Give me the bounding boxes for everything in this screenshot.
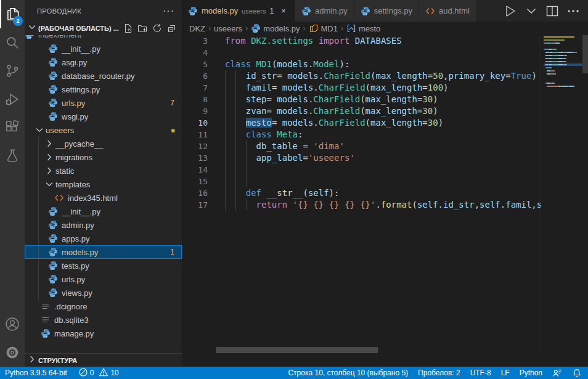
code-line-10[interactable]: 10 mesto= models.CharField(max_length=30… <box>182 117 541 129</box>
tree-item--pycache-[interactable]: __pycache__ <box>25 137 182 150</box>
code-line-13[interactable]: 13 app_label='useeers' <box>182 152 541 164</box>
code-line-8[interactable]: 8 step= models.CharField(max_length=30) <box>182 94 541 105</box>
tree-item-migrations[interactable]: migrations <box>25 150 182 164</box>
tree-item-db-sqlite3[interactable]: db.sqlite3 <box>25 313 182 327</box>
tree-item-settings-py[interactable]: settings.py <box>25 83 182 96</box>
tree-item-database-roouter-py[interactable]: database_roouter.py <box>25 69 182 83</box>
explorer-activity-icon[interactable]: 2 <box>0 0 25 28</box>
code-token: class <box>246 129 277 139</box>
tree-item-views-py[interactable]: views.py <box>25 286 182 300</box>
breadcrumb-DKZ[interactable]: DKZ <box>189 24 205 33</box>
python-interpreter[interactable]: Python 3.9.5 64-bit <box>5 369 67 377</box>
code-token: from <box>225 36 251 46</box>
code-line-9[interactable]: 9 zvan= models.CharField(max_length=30) <box>182 105 541 117</box>
tab-bar: models.pyuseeers1×admin.pysettings.pyaud… <box>182 0 588 22</box>
indent-guide <box>235 70 236 82</box>
tree-item-index345-html[interactable]: index345.html <box>25 191 182 205</box>
run-dropdown-icon[interactable] <box>524 4 539 18</box>
minimap[interactable] <box>541 35 582 354</box>
python-icon <box>48 234 58 243</box>
code-token: max_length <box>365 94 417 104</box>
tree-item-admin-py[interactable]: admin.py <box>25 218 182 232</box>
tree-item--init-py[interactable]: __init__.py <box>25 42 182 55</box>
accounts-activity-icon[interactable] <box>0 310 25 338</box>
tree-item-label: useeers <box>46 126 74 135</box>
notifications-bell-icon[interactable] <box>572 368 582 378</box>
feedback-icon[interactable] <box>552 368 562 378</box>
more-actions-icon[interactable] <box>566 4 581 18</box>
collapse-all-icon[interactable] <box>167 23 177 33</box>
tree-item--dcignore[interactable]: .dcignore <box>25 300 182 313</box>
tab-aud.html[interactable]: aud.html <box>419 0 476 22</box>
encoding[interactable]: UTF-8 <box>470 369 491 377</box>
problems-indicator[interactable]: 0 10 <box>78 367 119 379</box>
horizontal-scrollbar[interactable] <box>216 347 378 353</box>
tree-item-wsgi-py[interactable]: wsgi.py <box>25 110 182 123</box>
tree-item-manage-py[interactable]: manage.py <box>25 327 182 340</box>
tree-item-useeers[interactable]: useeers● <box>25 123 182 137</box>
tree-item-clipped[interactable]: indexlement <box>25 35 182 41</box>
code-token: ) <box>531 71 536 81</box>
line-number: 11 <box>182 129 208 141</box>
extensions-activity-icon[interactable] <box>0 113 25 142</box>
settings-activity-icon[interactable] <box>0 338 25 367</box>
tree-item-urls-py[interactable]: urls.py <box>25 272 182 286</box>
indent-guide <box>225 152 226 164</box>
new-file-icon[interactable] <box>123 23 133 33</box>
close-icon[interactable]: × <box>279 7 288 15</box>
code-line-15[interactable]: 15 <box>182 176 541 187</box>
breadcrumb-mesto[interactable]: mesto <box>346 23 380 33</box>
eol-sequence[interactable]: LF <box>501 369 510 377</box>
testing-activity-icon[interactable] <box>0 142 25 170</box>
workspace-section-header[interactable]: (РАБОЧАЯ ОБЛАСТЬ) ... <box>25 22 182 35</box>
code-token: def <box>246 188 267 198</box>
code-line-11[interactable]: 11 class Meta: <box>182 129 541 141</box>
warning-icon <box>99 367 110 379</box>
code-line-12[interactable]: 12 db_table = 'dima' <box>182 141 541 152</box>
breadcrumb-MD1[interactable]: MD1 <box>309 23 338 33</box>
run-debug-activity-icon[interactable] <box>0 85 25 113</box>
vertical-scrollbar[interactable] <box>582 35 588 73</box>
tree-item-tests-py[interactable]: tests.py <box>25 259 182 272</box>
indentation[interactable]: Пробелов: 2 <box>418 369 460 377</box>
code-editor[interactable]: 3from DKZ.settings import DATABASES45cla… <box>182 35 541 354</box>
tab-models.py[interactable]: models.pyuseeers1× <box>182 0 295 22</box>
code-line-6[interactable]: 6 id_str= models.CharField(max_length=50… <box>182 70 541 82</box>
explorer-more-actions-icon[interactable]: ··· <box>163 6 174 17</box>
tree-item-apps-py[interactable]: apps.py <box>25 232 182 245</box>
structure-section-label: СТРУКТУРА <box>38 357 77 364</box>
code-line-14[interactable]: 14 <box>182 164 541 176</box>
tree-item-models-py[interactable]: models.py1 <box>25 245 182 259</box>
breadcrumb-useeers[interactable]: useeers <box>214 24 242 33</box>
breadcrumb-label: models.py <box>263 24 300 33</box>
code-token: , <box>443 71 448 81</box>
tree-item-asgi-py[interactable]: asgi.py <box>25 55 182 69</box>
tree-item--init-py[interactable]: __init__.py <box>25 205 182 218</box>
code-token: famil <box>246 83 272 92</box>
search-activity-icon[interactable] <box>0 28 25 57</box>
code-line-4[interactable]: 4 <box>182 47 541 59</box>
run-icon[interactable] <box>503 4 518 18</box>
code-line-5[interactable]: 5class MD1(models.Model): <box>182 59 541 70</box>
breadcrumb-separator: › <box>208 24 211 33</box>
code-line-7[interactable]: 7 famil= models.CharField(max_length=100… <box>182 82 541 94</box>
code-token: format <box>381 200 412 210</box>
cursor-position[interactable]: Строка 10, столбец 10 (выбрано 5) <box>288 369 408 377</box>
refresh-icon[interactable] <box>152 23 162 33</box>
new-folder-icon[interactable] <box>137 23 147 33</box>
tab-settings.py[interactable]: settings.py <box>354 0 419 22</box>
structure-section-header[interactable]: СТРУКТУРА <box>25 353 182 367</box>
source-control-activity-icon[interactable] <box>0 57 25 85</box>
line-number: 15 <box>182 176 208 187</box>
breadcrumb-models.py[interactable]: models.py <box>251 23 300 33</box>
tree-item-templates[interactable]: templates <box>25 177 182 191</box>
indent-guide <box>38 137 39 300</box>
code-line-17[interactable]: 17 return '{} {} {} {} {}'.format(self.i… <box>182 199 541 211</box>
tab-admin.py[interactable]: admin.py <box>295 0 354 22</box>
language-mode[interactable]: Python <box>520 369 542 377</box>
split-editor-icon[interactable] <box>545 4 560 18</box>
code-line-16[interactable]: 16 def __str__(self): <box>182 187 541 199</box>
tree-item-static[interactable]: static <box>25 164 182 177</box>
tree-item-urls-py[interactable]: urls.py7 <box>25 96 182 110</box>
code-line-3[interactable]: 3from DKZ.settings import DATABASES <box>182 35 541 47</box>
